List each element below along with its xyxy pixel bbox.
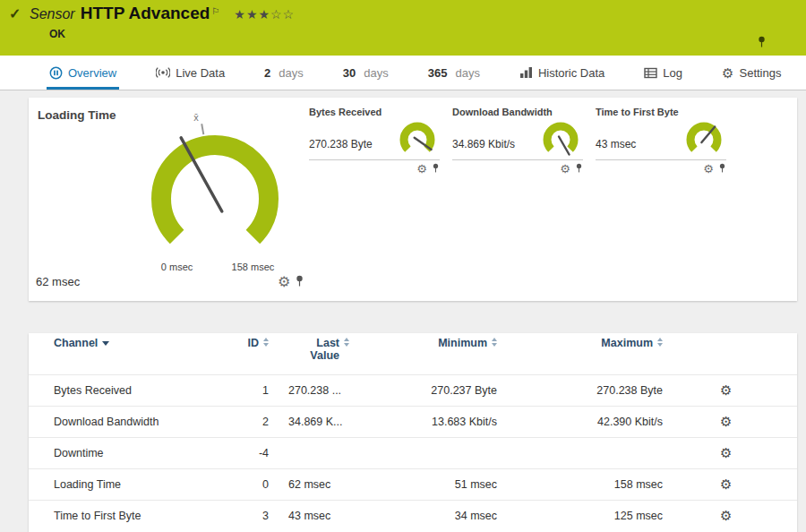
channel-table-card: Channel ID Last Value Minimum Maximum (29, 333, 797, 532)
column-header-last-value-label: Last Value (302, 337, 339, 362)
channel-minimum: 13.683 Kbit/s (349, 407, 497, 438)
channel-maximum: 270.238 Byte (497, 375, 663, 407)
tab-365-days[interactable]: 365 days (428, 56, 480, 90)
column-header-maximum-label: Maximum (601, 337, 653, 349)
tab-2-days[interactable]: 2 days (264, 56, 304, 90)
column-header-actions (663, 333, 797, 375)
channel-settings-gear-icon[interactable]: ⚙ (720, 414, 732, 429)
mini-gauge (682, 118, 726, 159)
column-header-minimum-label: Minimum (438, 337, 487, 349)
priority-stars[interactable]: ★★★☆☆ (234, 7, 295, 21)
table-row[interactable]: Bytes Received 1 270.238 ... 270.237 Byt… (29, 375, 797, 407)
sensor-title: HTTP Advanced (81, 4, 210, 22)
tab-historic-data-label: Historic Data (538, 66, 604, 80)
gauge-max-label: 158 msec (232, 262, 275, 272)
table-row[interactable]: Downtime -4 ⚙ (29, 438, 797, 469)
channel-name: Time to First Byte (29, 501, 215, 532)
column-header-minimum[interactable]: Minimum (349, 333, 497, 375)
tab-overview[interactable]: Overview (49, 56, 116, 90)
settings-gear-icon: ⚙ (722, 66, 733, 80)
mini-gauge-value: 34.869 Kbit/s (452, 138, 515, 159)
gauge-title: Loading Time (38, 108, 116, 122)
tab-log[interactable]: Log (644, 56, 682, 90)
tab-live-data-label: Live Data (176, 66, 225, 80)
table-row[interactable]: Time to First Byte 3 43 msec 34 msec 125… (29, 501, 797, 532)
mini-gauge-section-time-to-first-byte: Time to First Byte 43 msec ⚙ (596, 107, 726, 176)
loading-time-gauge: x̄ 0 msec 158 msec (134, 105, 296, 284)
channel-table: Channel ID Last Value Minimum Maximum (29, 333, 797, 531)
channel-settings-gear-icon[interactable]: ⚙ (720, 382, 732, 398)
mini-pin-icon[interactable] (432, 162, 440, 176)
tab-30-days[interactable]: 30 days (343, 56, 389, 90)
tab-settings[interactable]: ⚙ Settings (722, 56, 781, 90)
historic-data-icon (519, 66, 533, 79)
mini-pin-icon[interactable] (575, 162, 583, 176)
channel-name: Download Bandwidth (29, 407, 215, 438)
column-header-maximum[interactable]: Maximum (497, 333, 663, 375)
channel-last-value (269, 438, 349, 469)
status-check-icon: ✓ (9, 5, 21, 22)
channel-last-value: 270.238 ... (269, 375, 349, 407)
sensor-header: ✓ SensorHTTP Advanced⚐★★★☆☆ OK (0, 0, 806, 56)
mini-gear-icon[interactable]: ⚙ (703, 163, 714, 175)
gauge-arc (161, 145, 269, 236)
prtg-sensor-page: ✓ SensorHTTP Advanced⚐★★★☆☆ OK Overview (0, 0, 806, 532)
gauge-card-icons: ⚙ (278, 275, 304, 289)
gauge-settings-gear-icon[interactable]: ⚙ (278, 275, 290, 289)
column-header-channel-label: Channel (54, 337, 98, 349)
sort-desc-icon (102, 341, 109, 346)
tab-2-days-number: 2 (264, 66, 270, 80)
log-icon (644, 67, 657, 79)
channel-last-value: 34.869 K... (269, 407, 349, 438)
gauge-mean-marker (202, 124, 203, 134)
mini-gauge-value: 270.238 Byte (309, 138, 373, 159)
tab-365-days-unit: days (455, 66, 479, 80)
mini-gauge-row: Bytes Received 270.238 Byte ⚙ (309, 107, 726, 176)
mini-gauge-label: Time to First Byte (596, 107, 726, 117)
mini-gauge-label: Download Bandwidth (452, 107, 583, 117)
mini-gauge-section-bytes-received: Bytes Received 270.238 Byte ⚙ (309, 107, 440, 176)
tab-overview-label: Overview (68, 66, 116, 80)
sort-icon (492, 338, 497, 347)
gauge-mean-symbol: x̄ (193, 112, 199, 123)
header-pin-icon[interactable] (757, 36, 767, 50)
mini-gauge (395, 118, 440, 159)
tab-30-days-number: 30 (343, 66, 356, 80)
sort-icon (657, 338, 663, 347)
tab-30-days-unit: days (364, 66, 388, 80)
tab-2-days-unit: days (279, 66, 303, 80)
sensor-title-line: SensorHTTP Advanced⚐★★★☆☆ (30, 4, 295, 23)
column-header-id[interactable]: ID (215, 333, 269, 375)
channel-maximum: 158 msec (497, 469, 663, 501)
channel-settings-gear-icon[interactable]: ⚙ (720, 445, 732, 460)
channel-settings-gear-icon[interactable]: ⚙ (720, 476, 732, 492)
overview-icon (49, 66, 63, 80)
mini-pin-icon[interactable] (718, 162, 726, 176)
channel-name: Downtime (29, 438, 215, 469)
gauge-pin-icon[interactable] (295, 275, 304, 289)
mini-gear-icon[interactable]: ⚙ (560, 163, 570, 175)
channel-minimum: 270.237 Byte (349, 375, 497, 407)
table-row[interactable]: Download Bandwidth 2 34.869 K... 13.683 … (29, 407, 797, 438)
tab-historic-data[interactable]: Historic Data (519, 56, 604, 90)
mini-gauge-section-download-bandwidth: Download Bandwidth 34.869 Kbit/s ⚙ (452, 107, 583, 176)
live-data-icon (156, 66, 170, 79)
column-header-channel[interactable]: Channel (29, 333, 215, 375)
gauge-card: Loading Time x̄ 0 msec 158 msec 62 msec … (29, 98, 797, 301)
gauge-min-label: 0 msec (161, 262, 193, 272)
column-header-last-value[interactable]: Last Value (269, 333, 349, 375)
column-header-id-label: ID (248, 337, 260, 349)
tab-settings-label: Settings (740, 66, 782, 80)
tab-bar: Overview Live Data 2 days 30 days 365 da… (0, 56, 806, 90)
mini-gauge (538, 118, 583, 159)
channel-settings-gear-icon[interactable]: ⚙ (720, 508, 732, 523)
tab-live-data[interactable]: Live Data (156, 56, 225, 90)
channel-name: Bytes Received (29, 375, 215, 407)
sort-icon (263, 338, 269, 347)
channel-minimum (349, 438, 497, 469)
priority-flag-icon: ⚐ (211, 6, 219, 16)
sort-icon (344, 338, 349, 347)
table-row[interactable]: Loading Time 0 62 msec 51 msec 158 msec … (29, 469, 797, 501)
channel-id: 0 (215, 469, 269, 501)
mini-gear-icon[interactable]: ⚙ (416, 163, 427, 175)
